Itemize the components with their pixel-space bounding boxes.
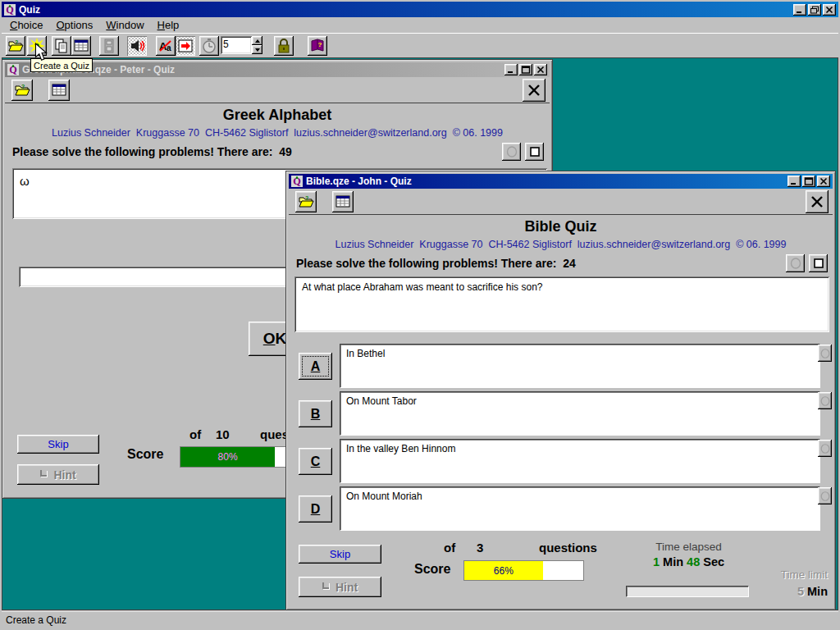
copy-button[interactable] [52,36,71,56]
greek-toolbar [5,78,550,103]
bible-skip-button[interactable]: Skip [299,545,381,564]
disk-icon [101,38,117,54]
lock-button[interactable] [274,36,294,56]
save-button[interactable] [99,36,119,56]
sound-toggle-button[interactable] [127,36,147,56]
app-icon [4,4,16,16]
greek-minimize-button[interactable] [504,64,518,75]
greek-table-button[interactable] [48,80,70,101]
menu-options[interactable]: Options [49,17,99,33]
greek-quiz-heading: Greek Alphabet [2,107,552,124]
answer-c-sound-button[interactable] [818,440,832,457]
stopwatch-icon [201,38,217,54]
bible-sound-mini-button[interactable] [786,254,805,272]
spin-up-button[interactable] [252,36,262,45]
restore-button[interactable] [808,4,821,16]
quiz-doc-icon [7,64,19,75]
x-icon [526,82,542,98]
spin-down-button[interactable] [252,45,262,54]
main-toolbar: 5 [2,33,838,57]
arrow-box-icon [177,38,194,54]
speaker-icon [129,38,145,54]
bible-hint-button[interactable]: Hint [299,577,381,597]
bible-of-label: of [444,541,455,555]
menu-help[interactable]: Help [151,17,186,33]
time-elapsed-value: 1 Min 48 Sec [621,555,756,568]
menu-window[interactable]: Window [99,17,150,33]
greek-score-fill: 80% [180,447,275,467]
answer-c-button[interactable]: C [299,448,332,475]
time-elapsed-block: Time elapsed 1 Min 48 Sec [621,541,756,568]
bible-quiz-window: Bible.qze - John - Quiz Bible Quiz Luziu… [286,171,835,609]
bible-minimize-button[interactable] [788,176,801,187]
greek-sound-mini-button[interactable] [502,143,521,161]
close-button[interactable] [823,4,836,16]
bible-quiz-heading: Bible Quiz [286,218,835,235]
square-icon [812,257,825,270]
greek-open-button[interactable] [11,80,33,101]
hint-arrow-icon [322,582,329,589]
bible-question-box: At what place Abraham was meant to sacri… [294,276,829,332]
minimize-button[interactable] [793,4,806,16]
time-limit-spinner: 5 [221,36,262,54]
bible-author-line: Luzius Schneider Kruggasse 70 CH-5462 Si… [286,239,835,250]
bible-exit-button[interactable] [806,190,829,213]
time-elapsed-label: Time elapsed [621,541,756,553]
bible-close-button[interactable] [817,176,830,187]
bible-detach-mini-button[interactable] [809,254,828,272]
greek-skip-button[interactable]: Skip [17,435,99,454]
mouse-cursor [34,43,48,62]
bible-maximize-button[interactable] [802,176,815,187]
menubar: Choice Options Window Help [2,17,838,33]
x-icon [809,194,825,210]
answer-a-button[interactable]: A [299,353,332,380]
open-folder-icon [7,38,24,54]
greek-author-line: Luzius Schneider Kruggasse 70 CH-5462 Si… [2,127,552,139]
desktop: Quiz Choice Options Window Help 5 [0,0,840,630]
auto-advance-button[interactable] [176,36,195,56]
greek-prompt: Please solve the following problems! The… [12,145,292,158]
time-limit-value[interactable]: 5 [221,36,252,54]
answer-b-button[interactable]: B [299,400,332,427]
open-folder-icon [14,82,30,98]
circle-icon [789,257,802,270]
lock-icon [276,38,292,54]
greek-exit-button[interactable] [523,79,546,102]
font-case-button[interactable] [156,36,176,56]
menu-choice[interactable]: Choice [3,17,49,33]
bible-score-fill: 66% [464,561,543,580]
bible-table-button[interactable] [332,191,354,212]
time-limit-value: 5 Min [746,585,828,598]
bible-window-title: Bible.qze - John - Quiz [306,176,412,187]
circle-icon [819,348,831,359]
greek-of-label: of [189,427,201,441]
answer-a-sound-button[interactable] [818,345,832,362]
open-quiz-button[interactable] [6,36,25,56]
help-button[interactable] [308,36,327,56]
table-button[interactable] [71,36,91,56]
answer-d-button[interactable]: D [299,495,332,523]
greek-score-label: Score [127,447,163,462]
greek-detach-mini-button[interactable] [525,143,544,161]
table-icon [335,194,351,210]
answer-b-sound-button[interactable] [818,392,832,409]
answer-b-box: On Mount Tabor [340,391,820,436]
answer-d-sound-button[interactable] [818,487,832,504]
open-folder-icon [298,194,314,210]
greek-maximize-button[interactable] [519,64,532,75]
mdi-area: GreekAlphabet.qze - Peter - Quiz Greek A… [2,57,838,610]
answer-c-box: In the valley Ben Hinnom [340,439,820,483]
time-limit-block: Time limit 5 Min [746,568,828,598]
bible-score-bar: 66% [463,560,584,581]
time-progress-bar [626,586,749,597]
bible-question-count: 24 [563,257,576,270]
bible-total-questions: 3 [477,541,483,555]
bible-titlebar: Bible.qze - John - Quiz [289,174,833,189]
greek-hint-button[interactable]: Hint [17,464,99,485]
hint-arrow-icon [40,470,47,477]
square-icon [528,145,541,158]
timer-button[interactable] [199,36,219,56]
greek-close-button[interactable] [534,64,547,75]
circle-icon [819,491,831,502]
bible-open-button[interactable] [295,191,317,212]
